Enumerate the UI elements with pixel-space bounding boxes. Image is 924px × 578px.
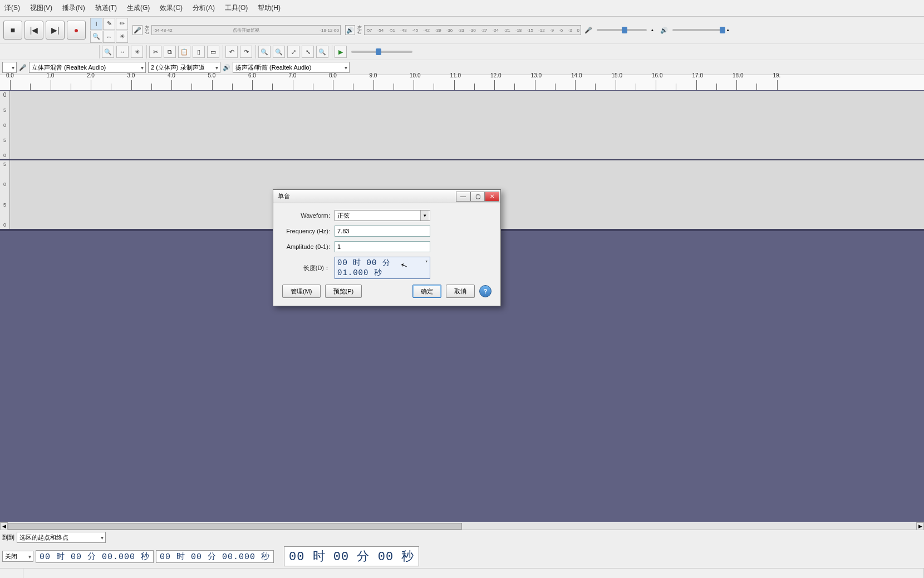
scroll-thumb[interactable] <box>8 523 462 530</box>
silence-button[interactable]: ▭ <box>207 46 219 58</box>
menu-item[interactable]: 工具(O) <box>223 1 250 15</box>
snap-label: 到到 <box>2 533 14 542</box>
amplitude-input[interactable] <box>335 241 430 252</box>
track-scale-val: 0 <box>3 182 6 187</box>
skip-start-button[interactable]: |◀ <box>24 21 43 40</box>
zoom-tool[interactable]: 🔍 <box>90 31 102 43</box>
zoom-in-button[interactable]: 🔍 <box>258 46 271 58</box>
ruler-label: 8.0 <box>329 72 337 79</box>
cancel-button[interactable]: 取消 <box>446 285 475 298</box>
selection-tool[interactable]: I <box>90 18 102 30</box>
fit-width-button[interactable]: ↔ <box>116 46 129 58</box>
speaker-icon[interactable]: 🔊 <box>345 25 355 35</box>
ruler-label: 2.0 <box>87 72 95 79</box>
record-button[interactable]: ● <box>67 21 86 40</box>
help-button[interactable]: ? <box>479 285 492 297</box>
menu-item[interactable]: 视图(V) <box>28 1 55 15</box>
playback-meter[interactable]: -57-54-51-48 -45-42-39-36 -33-30-27-24 -… <box>364 25 581 35</box>
preview-button[interactable]: 预览(P) <box>325 285 362 298</box>
cut-button[interactable]: ✂ <box>149 46 161 58</box>
track-scale: 0 5 0 5 0 <box>0 91 10 159</box>
fit-all-button[interactable]: ✳ <box>131 46 143 58</box>
record-meter[interactable]: -54-48-42 点击开始监视 -18-12-60 <box>151 25 341 35</box>
fit-selection-button[interactable]: ⤢ <box>287 46 299 58</box>
menu-item[interactable]: 轨道(T) <box>93 1 119 15</box>
snap-to-dropdown[interactable]: 关闭 <box>2 551 33 562</box>
ruler-label: 1.0 <box>47 72 55 79</box>
waveform-dropdown[interactable]: 正弦 <box>335 210 430 221</box>
scroll-left-button[interactable]: ◀ <box>0 522 8 530</box>
duration-input[interactable]: 00 时 00 分 01.000 秒 <box>335 257 430 279</box>
ruler-label: 16.0 <box>652 72 662 79</box>
status-bar <box>0 568 924 578</box>
play-speed-slider[interactable] <box>351 51 412 53</box>
zoom-out-button[interactable]: 🔍 <box>273 46 285 58</box>
paste-button[interactable]: 📋 <box>178 46 190 58</box>
multi-tool[interactable]: ✳ <box>116 31 128 43</box>
zoom-toggle-button[interactable]: 🔍 <box>316 46 328 58</box>
menu-item[interactable]: 生成(G) <box>125 1 152 15</box>
selection-start-time[interactable]: 00 时 00 分 00.000 秒 <box>36 550 154 563</box>
frequency-label: Frequency (Hz): <box>282 228 335 234</box>
selection-mode-dropdown[interactable]: 选区的起点和终点 <box>17 532 106 543</box>
ruler-label: 9.0 <box>370 72 377 79</box>
ruler-label: 14.0 <box>571 72 582 79</box>
zoom-tool-button[interactable]: 🔍 <box>102 46 114 58</box>
track-scale-val: 5 <box>3 202 6 208</box>
track-scale-val: 5 <box>3 138 6 143</box>
envelope-tool[interactable]: ✎ <box>103 18 115 30</box>
play-slider-end-icon: • <box>727 27 729 33</box>
menu-item[interactable]: 帮助(H) <box>255 1 283 15</box>
draw-tool[interactable]: ✏ <box>116 18 128 30</box>
scroll-right-button[interactable]: ▶ <box>916 522 924 530</box>
trim-button[interactable]: ▯ <box>193 46 205 58</box>
undo-button[interactable]: ↶ <box>225 46 238 58</box>
redo-button[interactable]: ↷ <box>240 46 252 58</box>
close-button[interactable]: ✕ <box>485 192 499 202</box>
record-volume-slider[interactable]: 🎤 • <box>581 27 657 34</box>
skip-end-button[interactable]: ▶| <box>46 21 65 40</box>
horizontal-scrollbar[interactable]: ◀ ▶ <box>0 522 924 530</box>
fit-project-button[interactable]: ⤡ <box>302 46 314 58</box>
ruler-label: 3.0 <box>127 72 135 79</box>
copy-button[interactable]: ⧉ <box>164 46 176 58</box>
menu-item[interactable]: 效果(C) <box>158 1 185 15</box>
timeshift-tool[interactable]: ↔ <box>103 31 115 43</box>
recording-channels-dropdown[interactable]: 2 (立体声) 录制声道 <box>148 62 220 73</box>
track-scale-val: 0 <box>3 92 7 98</box>
play-at-speed-button[interactable]: ▶ <box>335 46 347 58</box>
speaker-slider-icon: 🔊 <box>660 27 668 34</box>
menu-item[interactable]: 播录(N) <box>60 1 87 15</box>
waveform-label: Waveform: <box>282 212 335 219</box>
ruler-label: 18.0 <box>733 72 743 79</box>
tool-palette: I ✎ ✏ 🔍 ↔ ✳ <box>89 17 129 44</box>
duration-label: 长度(D)： <box>282 264 335 272</box>
playback-volume-slider[interactable]: 🔊 • <box>657 27 733 34</box>
audio-position-time[interactable]: 00 时 00 分 00 秒 <box>284 546 419 566</box>
recording-device-dropdown[interactable]: 立体声混音 (Realtek Audio) <box>29 62 146 73</box>
time-toolbar: 关闭 00 时 00 分 00.000 秒 00 时 00 分 00.000 秒… <box>0 545 924 568</box>
mic-device-icon: 🎤 <box>19 64 27 71</box>
stop-button[interactable]: ■ <box>3 21 22 40</box>
track-waveform-area[interactable] <box>10 91 924 159</box>
ruler-label: 12.0 <box>490 72 501 79</box>
manage-button[interactable]: 管理(M) <box>282 285 321 298</box>
frequency-input[interactable] <box>335 226 430 237</box>
ok-button[interactable]: 确定 <box>412 285 441 298</box>
menu-item[interactable]: 分析(A) <box>190 1 217 15</box>
ruler-label: 13.0 <box>531 72 542 79</box>
transport-controls: ■ |◀ ▶| ● <box>0 17 89 43</box>
timeline-ruler[interactable]: 0.01.02.03.04.05.06.07.08.09.010.011.012… <box>0 75 924 91</box>
playback-device-dropdown[interactable]: 扬声器/听筒 (Realtek Audio) <box>233 62 350 73</box>
menu-item[interactable]: 泽(S) <box>2 1 22 15</box>
dialog-titlebar[interactable]: 单音 — ▢ ✕ <box>273 190 500 203</box>
maximize-button[interactable]: ▢ <box>470 192 485 202</box>
selection-end-time[interactable]: 00 时 00 分 00.000 秒 <box>156 550 274 563</box>
track-scale-val: 5 <box>3 107 6 113</box>
mic-icon[interactable]: 🎤 <box>132 25 142 35</box>
selection-toolbar: 到到 选区的起点和终点 <box>0 530 924 545</box>
audio-track-1[interactable]: 0 5 0 5 0 <box>0 91 924 160</box>
audio-host-dropdown[interactable] <box>2 62 17 73</box>
minimize-button[interactable]: — <box>456 192 470 202</box>
speaker-device-icon: 🔊 <box>223 64 230 71</box>
